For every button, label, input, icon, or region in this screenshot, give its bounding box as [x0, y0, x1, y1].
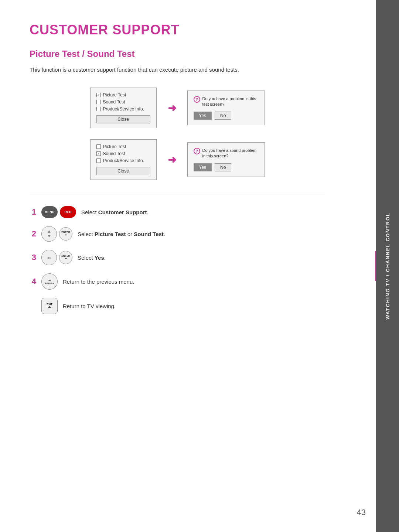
svg-marker-0: [48, 230, 51, 233]
exit-button[interactable]: EXIT ⏏: [41, 298, 58, 314]
step-text-1: Select Customer Support.: [81, 209, 149, 215]
page-number: 43: [357, 508, 366, 517]
step-4: 4 ↩ RETURN Return to the previous menu.: [30, 273, 325, 290]
dialog-box-2: ? Do you have a sound problem in this sc…: [187, 142, 265, 177]
nav-button[interactable]: [41, 226, 57, 242]
checkbox-product-1: [96, 107, 101, 111]
divider: [30, 195, 325, 195]
description: This function is a customer support func…: [30, 66, 325, 73]
step-1: 1 MENU RED Select Customer Support.: [30, 206, 325, 218]
lr-button[interactable]: ◂ ▸: [41, 250, 57, 265]
return-button[interactable]: ↩ RETURN: [41, 273, 58, 290]
step-icons-4: ↩ RETURN: [41, 273, 58, 290]
checkbox-product-2: [96, 158, 101, 163]
enter-button-2[interactable]: ENTER ✦: [59, 227, 72, 241]
dialog-text-2: Do you have a sound problem in this scre…: [202, 148, 259, 159]
menu-item-picture-test-1: Picture Test: [96, 92, 150, 98]
step-icons-2: ENTER ✦: [41, 226, 72, 242]
no-btn-2[interactable]: No: [215, 163, 231, 171]
arrow-2: ➜: [168, 154, 176, 166]
step-number-2: 2: [30, 229, 36, 239]
step-3: 3 ◂ ▸ ENTER ✦ Select Yes.: [30, 250, 325, 265]
step-text-4: Return to the previous menu.: [63, 279, 134, 285]
close-btn-1: Close: [96, 115, 150, 123]
checkbox-picture-2: [96, 144, 101, 149]
menu-box-1: Picture Test Sound Test Product/Service …: [90, 88, 157, 128]
yes-btn-1[interactable]: Yes: [194, 112, 212, 120]
diagram-row-2: Picture Test Sound Test Product/Service …: [90, 139, 265, 180]
step-text-exit: Return to TV viewing.: [63, 303, 116, 309]
step-icons-1: MENU RED: [41, 206, 76, 218]
dialog-buttons-1: Yes No: [194, 112, 259, 120]
menu-item-sound-test-2: Sound Test: [96, 151, 150, 156]
checkbox-sound-1: [96, 100, 101, 104]
step-2: 2 ENTER ✦ Select Picture Test or Sound T…: [30, 226, 325, 242]
diagram-row-1: Picture Test Sound Test Product/Service …: [90, 88, 265, 128]
sidebar-accent-line: [375, 251, 376, 281]
dialog-box-1: ? Do you have a problem in this test scr…: [187, 91, 265, 126]
checkbox-sound-2: [96, 151, 101, 156]
menu-button[interactable]: MENU: [41, 206, 58, 218]
menu-item-sound-test-1: Sound Test: [96, 99, 150, 105]
step-text-3: Select Yes.: [78, 255, 106, 261]
dialog-header-1: ? Do you have a problem in this test scr…: [194, 96, 259, 108]
section-title: Picture Test / Sound Test: [30, 49, 325, 59]
step-number-1: 1: [30, 207, 36, 217]
close-btn-2: Close: [96, 167, 150, 175]
enter-button-3[interactable]: ENTER ✦: [59, 251, 72, 264]
sidebar: WATCHING TV / CHANNEL CONTROL: [376, 0, 399, 532]
page-title: CUSTOMER SUPPORT: [30, 22, 325, 38]
step-icons-3: ◂ ▸ ENTER ✦: [41, 250, 72, 265]
yes-btn-2[interactable]: Yes: [194, 163, 212, 171]
menu-item-product-1: Product/Service Info.: [96, 106, 150, 112]
question-icon-1: ?: [194, 96, 200, 103]
checkbox-picture-1: [96, 93, 101, 97]
question-icon-2: ?: [194, 148, 200, 154]
menu-item-product-2: Product/Service Info.: [96, 158, 150, 163]
red-button[interactable]: RED: [60, 206, 76, 218]
steps-container: 1 MENU RED Select Customer Support. 2 EN…: [30, 206, 325, 314]
dialog-buttons-2: Yes No: [194, 163, 259, 171]
step-number-3: 3: [30, 253, 36, 262]
menu-item-picture-test-2: Picture Test: [96, 144, 150, 149]
dialog-text-1: Do you have a problem in this test scree…: [202, 96, 259, 108]
step-text-2: Select Picture Test or Sound Test.: [78, 231, 165, 237]
no-btn-1[interactable]: No: [215, 112, 231, 120]
dialog-header-2: ? Do you have a sound problem in this sc…: [194, 148, 259, 159]
diagrams-container: Picture Test Sound Test Product/Service …: [30, 88, 325, 180]
step-icons-exit: EXIT ⏏: [41, 298, 58, 314]
arrow-1: ➜: [168, 102, 176, 114]
step-number-4: 4: [30, 277, 36, 286]
sidebar-text: WATCHING TV / CHANNEL CONTROL: [385, 212, 391, 320]
menu-box-2: Picture Test Sound Test Product/Service …: [90, 139, 157, 180]
svg-marker-1: [48, 235, 51, 238]
step-exit: EXIT ⏏ Return to TV viewing.: [30, 298, 325, 314]
